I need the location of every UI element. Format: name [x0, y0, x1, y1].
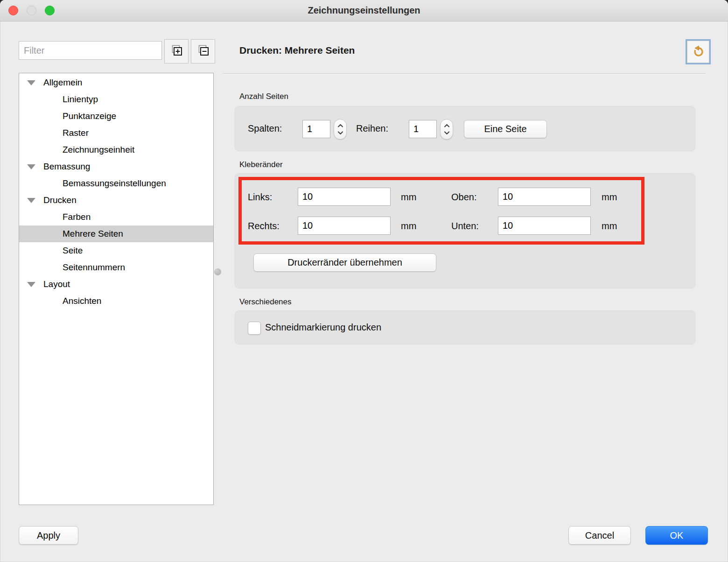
expand-all-icon — [170, 44, 183, 58]
chevron-down-icon — [337, 129, 343, 136]
spalten-input[interactable] — [302, 120, 330, 138]
rechts-unit-label: mm — [401, 221, 416, 232]
settings-window: Zeichnungseinstellungen AllgemeinLinient… — [0, 0, 728, 562]
cancel-button[interactable]: Cancel — [568, 526, 631, 545]
undo-arrow-icon — [691, 44, 705, 60]
schneidmarkierung-checkbox[interactable] — [248, 322, 261, 335]
splitter-handle[interactable] — [214, 268, 221, 275]
tree-item-drucken[interactable]: Drucken — [19, 192, 213, 209]
title-bar: Zeichnungseinstellungen — [0, 0, 728, 21]
disclosure-triangle-icon[interactable] — [27, 80, 35, 85]
oben-unit-label: mm — [602, 192, 617, 203]
tree-item-label: Layout — [43, 279, 70, 289]
tree-item-zeichnungseinheit[interactable]: Zeichnungseinheit — [19, 141, 213, 158]
revert-button[interactable] — [686, 39, 711, 64]
stepper-up-button[interactable] — [337, 123, 343, 129]
tree-item-label: Punktanzeige — [63, 111, 116, 121]
unten-unit-label: mm — [602, 221, 617, 232]
chevron-down-icon — [444, 129, 450, 136]
tree-item-mehrere-seiten[interactable]: Mehrere Seiten — [19, 225, 213, 242]
tree-item-raster[interactable]: Raster — [19, 125, 213, 141]
tree-item-label: Ansichten — [63, 296, 101, 306]
stepper-up-button[interactable] — [444, 123, 450, 129]
tree-item-allgemein[interactable]: Allgemein — [19, 74, 213, 91]
chevron-up-icon — [337, 122, 343, 129]
links-input[interactable] — [298, 188, 391, 206]
section-label-verschiedenes: Verschiedenes — [239, 297, 292, 307]
expand-all-button[interactable] — [164, 39, 189, 63]
rechts-input[interactable] — [298, 217, 391, 235]
reihen-input[interactable] — [409, 120, 437, 138]
tree-item-linientyp[interactable]: Linientyp — [19, 91, 213, 108]
filter-input[interactable] — [19, 41, 162, 60]
window-title: Zeichnungseinstellungen — [0, 0, 728, 21]
tree-item-label: Linientyp — [63, 94, 98, 105]
tree-item-label: Bemassungseinstellungen — [63, 178, 166, 189]
apply-button[interactable]: Apply — [19, 526, 78, 545]
tree-item-ansichten[interactable]: Ansichten — [19, 293, 213, 309]
verschiedenes-panel: Schneidmarkierung drucken — [235, 310, 695, 344]
tree-item-label: Seitennummern — [63, 262, 125, 273]
tree-item-label: Farben — [63, 212, 91, 222]
settings-tree[interactable]: AllgemeinLinientypPunktanzeigeRasterZeic… — [19, 73, 214, 505]
tree-item-label: Raster — [63, 128, 89, 138]
tree-item-label: Zeichnungseinheit — [63, 145, 134, 155]
stepper-down-button[interactable] — [337, 130, 343, 136]
rechts-label: Rechts: — [248, 221, 280, 232]
disclosure-triangle-icon[interactable] — [27, 164, 35, 169]
schneidmarkierung-label: Schneidmarkierung drucken — [265, 322, 381, 333]
kleberaender-panel: Links: mm Oben: mm Rechts: mm Unten: mm … — [235, 173, 695, 288]
stepper-down-button[interactable] — [444, 130, 450, 136]
unten-input[interactable] — [498, 217, 591, 235]
tree-item-farben[interactable]: Farben — [19, 209, 213, 225]
tree-item-label: Bemassung — [43, 162, 90, 172]
spalten-label: Spalten: — [248, 123, 282, 134]
collapse-all-button[interactable] — [191, 39, 215, 63]
disclosure-triangle-icon[interactable] — [27, 282, 35, 287]
tree-item-bemassung[interactable]: Bemassung — [19, 158, 213, 175]
spalten-stepper[interactable] — [334, 119, 347, 140]
reihen-label: Reihen: — [356, 123, 388, 134]
tree-item-label: Seite — [63, 246, 83, 256]
eine-seite-button[interactable]: Eine Seite — [464, 120, 547, 138]
section-label-anzahl-seiten: Anzahl Seiten — [239, 92, 288, 101]
disclosure-triangle-icon[interactable] — [27, 198, 35, 203]
tree-item-label: Mehrere Seiten — [63, 229, 123, 239]
tree-item-seite[interactable]: Seite — [19, 242, 213, 259]
tree-item-seitennummern[interactable]: Seitennummern — [19, 259, 213, 276]
tree-item-bemassungseinstellungen[interactable]: Bemassungseinstellungen — [19, 175, 213, 192]
tree-item-layout[interactable]: Layout — [19, 276, 213, 293]
links-unit-label: mm — [401, 192, 416, 203]
collapse-all-icon — [197, 44, 210, 58]
header-divider — [223, 73, 706, 74]
tree-item-label: Allgemein — [43, 77, 82, 88]
oben-input[interactable] — [498, 188, 591, 206]
unten-label: Unten: — [451, 221, 479, 232]
tree-item-label: Drucken — [43, 195, 77, 205]
apply-printer-margins-button[interactable]: Druckerränder übernehmen — [253, 253, 436, 272]
links-label: Links: — [248, 192, 272, 203]
chevron-up-icon — [444, 122, 450, 129]
oben-label: Oben: — [451, 192, 476, 203]
ok-button[interactable]: OK — [645, 526, 708, 545]
section-label-kleberaender: Kleberänder — [239, 160, 283, 169]
reihen-stepper[interactable] — [440, 119, 453, 140]
tree-item-punktanzeige[interactable]: Punktanzeige — [19, 108, 213, 125]
anzahl-seiten-panel: Spalten: Reihen: Eine Seite — [235, 106, 695, 151]
page-title: Drucken: Mehrere Seiten — [239, 45, 355, 56]
